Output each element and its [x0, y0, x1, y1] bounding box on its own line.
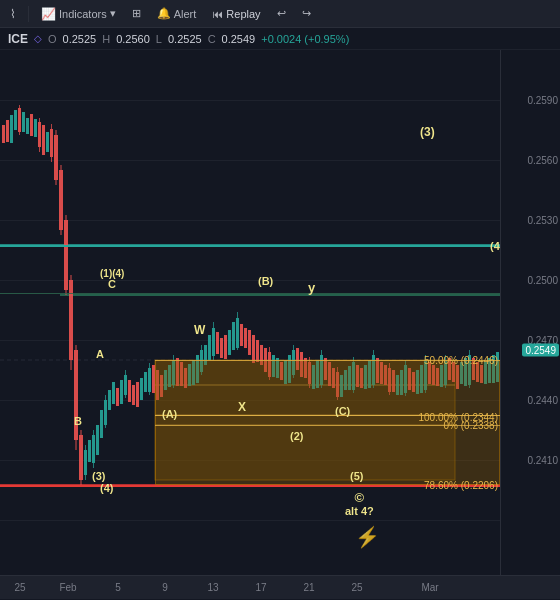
symbol: ICE	[8, 32, 28, 46]
svg-rect-47	[116, 388, 119, 406]
svg-rect-11	[14, 110, 17, 130]
date-25: 25	[14, 582, 25, 593]
low-label: L	[156, 33, 162, 45]
template-icon: ⊞	[132, 7, 141, 20]
svg-rect-48	[120, 380, 123, 404]
price-tick-6: 0.2440	[527, 395, 558, 406]
svg-rect-88	[256, 340, 259, 362]
replay-button[interactable]: ⏮ Replay	[208, 6, 264, 22]
price-axis: 0.2590 0.2560 0.2530 0.2500 0.2470 0.244…	[500, 50, 560, 599]
svg-rect-74	[208, 335, 211, 360]
replay-icon: ⏮	[212, 8, 223, 20]
svg-rect-20	[42, 125, 45, 155]
fib-78-label: 78.60% (0.2206)	[424, 480, 498, 491]
open-label: O	[48, 33, 57, 45]
svg-rect-16	[30, 114, 33, 136]
svg-rect-81	[232, 322, 235, 350]
price-tick-4: 0.2500	[527, 275, 558, 286]
price-tick-3: 0.2530	[527, 215, 558, 226]
svg-rect-54	[140, 378, 143, 400]
svg-rect-77	[216, 332, 219, 354]
svg-rect-8	[2, 125, 5, 143]
date-25b: 25	[351, 582, 362, 593]
price-tick-1: 0.2590	[527, 95, 558, 106]
price-tick-7: 0.2410	[527, 455, 558, 466]
svg-rect-14	[22, 112, 25, 132]
redo-button[interactable]: ↪	[298, 5, 315, 22]
indicators-chevron-icon: ▾	[110, 7, 116, 20]
date-axis: 25 Feb 5 9 13 17 21 25 Mar	[0, 575, 560, 599]
svg-rect-38	[88, 440, 91, 462]
fib-50-label: 50.00% (0.2446)	[424, 355, 498, 366]
lightning-icon: ⚡	[355, 525, 380, 549]
toolbar-divider-1	[28, 6, 29, 22]
open-value: 0.2525	[63, 33, 97, 45]
low-value: 0.2525	[168, 33, 202, 45]
high-value: 0.2560	[116, 33, 150, 45]
alert-button[interactable]: 🔔 Alert	[153, 5, 201, 22]
svg-rect-87	[252, 335, 255, 363]
svg-rect-10	[10, 115, 13, 143]
svg-rect-79	[224, 335, 227, 359]
chart-lines-icon: ⌇	[10, 7, 16, 21]
current-price-tag: 0.2549	[522, 344, 559, 357]
svg-rect-46	[112, 382, 115, 404]
replay-label: Replay	[226, 8, 260, 20]
indicators-label: Indicators	[59, 8, 107, 20]
chart-icon: 📈	[41, 7, 56, 21]
undo-button[interactable]: ↩	[273, 5, 290, 22]
bell-icon: 🔔	[157, 7, 171, 20]
close-label: C	[208, 33, 216, 45]
svg-rect-53	[136, 382, 139, 407]
date-5: 5	[115, 582, 121, 593]
date-feb: Feb	[59, 582, 76, 593]
svg-rect-9	[6, 120, 9, 142]
svg-rect-55	[144, 372, 147, 392]
date-9: 9	[162, 582, 168, 593]
svg-rect-21	[46, 132, 49, 152]
undo-icon: ↩	[277, 7, 286, 20]
svg-rect-85	[244, 328, 247, 348]
svg-rect-41	[96, 425, 99, 455]
redo-icon: ↪	[302, 7, 311, 20]
close-value: 0.2549	[222, 33, 256, 45]
chart-type-button[interactable]: ⌇	[6, 5, 20, 23]
svg-rect-42	[100, 410, 103, 438]
svg-rect-15	[26, 118, 29, 134]
svg-rect-17	[34, 119, 37, 137]
date-mar: Mar	[421, 582, 438, 593]
price-bar: ICE ◇ O 0.2525 H 0.2560 L 0.2525 C 0.254…	[0, 28, 560, 50]
fib-0-label: 0% (0.2338)	[444, 420, 498, 431]
svg-rect-84	[240, 324, 243, 346]
indicators-button[interactable]: 📈 Indicators ▾	[37, 5, 120, 23]
diamond-icon: ◇	[34, 33, 42, 44]
date-21: 21	[303, 582, 314, 593]
green-line-upper	[0, 293, 500, 294]
date-13: 13	[207, 582, 218, 593]
svg-rect-45	[108, 390, 111, 410]
high-label: H	[102, 33, 110, 45]
template-button[interactable]: ⊞	[128, 5, 145, 22]
svg-rect-51	[128, 380, 131, 402]
svg-rect-52	[132, 385, 135, 405]
toolbar: ⌇ 📈 Indicators ▾ ⊞ 🔔 Alert ⏮ Replay ↩ ↪	[0, 0, 560, 28]
teal-line	[0, 245, 500, 247]
price-tick-2: 0.2560	[527, 155, 558, 166]
price-change: +0.0024 (+0.95%)	[261, 33, 349, 45]
svg-rect-80	[228, 330, 231, 355]
svg-rect-78	[220, 338, 223, 358]
alert-label: Alert	[174, 8, 197, 20]
date-17: 17	[255, 582, 266, 593]
chart-area: 50.00% (0.2446) 100.00% (0.2344) 0% (0.2…	[0, 50, 560, 599]
svg-rect-86	[248, 330, 251, 355]
